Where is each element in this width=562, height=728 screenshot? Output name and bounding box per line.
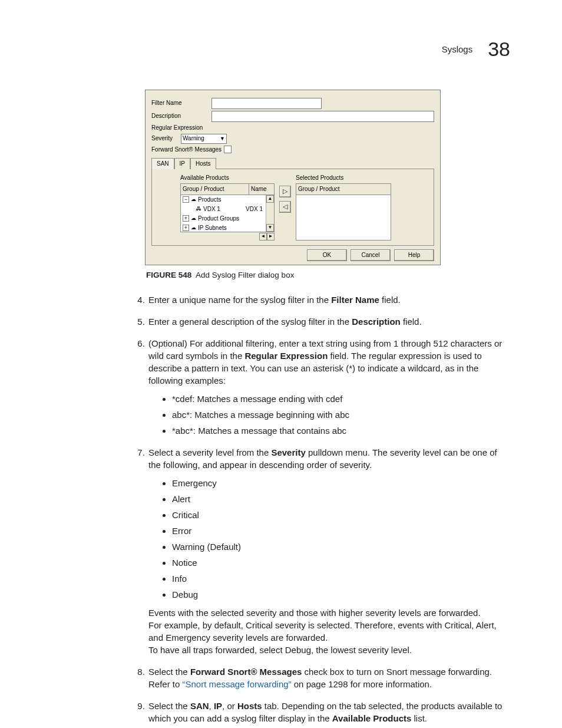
chevron-down-icon: ▼: [220, 136, 225, 141]
ok-button[interactable]: OK: [307, 249, 347, 261]
tree-ip-subnets: IP Subnets: [198, 224, 227, 232]
add-syslog-filter-dialog: Filter Name Description Regular Expressi…: [145, 90, 441, 265]
add-button[interactable]: ▷: [279, 186, 291, 197]
expand-icon[interactable]: +: [183, 215, 189, 222]
sev-warning: Warning (Default): [172, 541, 510, 553]
cloud-icon: ☁: [191, 224, 196, 232]
sev-debug: Debug: [172, 588, 510, 601]
severity-label: Severity: [151, 134, 181, 143]
collapse-icon[interactable]: −: [183, 196, 189, 203]
scroll-right-icon[interactable]: ►: [267, 233, 275, 241]
snort-forwarding-link[interactable]: “Snort message forwarding”: [183, 679, 292, 689]
step-6: (Optional) For additional filtering, ent…: [147, 337, 510, 437]
page-header: Syslogs 38: [52, 35, 510, 64]
chapter-number: 38: [488, 35, 510, 64]
tree-vdx1[interactable]: VDX 1: [203, 205, 220, 213]
col-group-product: Group / Product: [181, 184, 249, 195]
header-section: Syslogs: [442, 43, 473, 55]
step-6-ex1: *cdef: Matches a message ending with cde…: [172, 393, 510, 405]
step-9: Select the SAN, IP, or Hosts tab. Depend…: [147, 700, 510, 724]
step-8: Select the Forward Snort® Messages check…: [147, 666, 510, 690]
tab-san[interactable]: SAN: [151, 158, 174, 169]
help-button[interactable]: Help: [394, 249, 434, 261]
filter-name-input[interactable]: [211, 98, 322, 109]
sev-error: Error: [172, 525, 510, 537]
col-name: Name: [249, 184, 274, 195]
tab-ip[interactable]: IP: [174, 158, 190, 169]
step-7-para3: To have all traps forwarded, select Debu…: [148, 644, 510, 656]
scroll-left-icon[interactable]: ◄: [259, 233, 267, 241]
step-6-ex2: abc*: Matches a message beginning with a…: [172, 409, 510, 421]
col-group-product: Group / Product: [296, 184, 391, 195]
tree-product-groups: Product Groups: [198, 215, 239, 223]
sev-alert: Alert: [172, 493, 510, 505]
cloud-icon: ☁: [191, 196, 196, 203]
cloud-icon: ☁: [191, 215, 196, 222]
scroll-down-icon[interactable]: ▼: [266, 224, 274, 232]
available-list-header: Group / Product Name: [180, 183, 275, 195]
filter-name-label: Filter Name: [151, 99, 211, 107]
step-7-para1: Events with the selected severity and th…: [148, 607, 510, 619]
available-products-title: Available Products: [180, 174, 275, 182]
forward-snort-label: Forward Snort® Messages: [151, 146, 222, 154]
description-label: Description: [151, 112, 211, 120]
step-7: Select a severity level from the Severit…: [147, 446, 510, 656]
step-4: Enter a unique name for the syslog filte…: [147, 294, 510, 306]
step-6-ex3: *abc*: Matches a message that contains a…: [172, 424, 510, 437]
sev-critical: Critical: [172, 509, 510, 521]
device-icon: 🖧: [196, 205, 201, 213]
figure-caption-text: Add Syslog Filter dialog box: [196, 271, 294, 279]
scrollbar-vertical[interactable]: ▲ ▼: [266, 195, 274, 232]
sev-notice: Notice: [172, 556, 510, 569]
selected-products-title: Selected Products: [296, 174, 391, 182]
sev-info: Info: [172, 572, 510, 585]
expand-icon[interactable]: +: [183, 225, 189, 231]
forward-snort-checkbox[interactable]: [224, 146, 232, 153]
step-5: Enter a general description of the syslo…: [147, 315, 510, 328]
figure-caption: FIGURE 548 Add Syslog Filter dialog box: [146, 270, 510, 281]
tab-hosts[interactable]: Hosts: [190, 158, 216, 169]
remove-button[interactable]: ◁: [279, 201, 291, 213]
selected-products-list[interactable]: [296, 195, 391, 241]
selected-list-header: Group / Product: [296, 183, 391, 195]
figure-label: FIGURE 548: [146, 271, 191, 279]
severity-value: Warning: [183, 134, 204, 143]
sev-emergency: Emergency: [172, 477, 510, 489]
tree-products: Products: [198, 196, 221, 204]
cancel-button[interactable]: Cancel: [351, 249, 391, 261]
severity-select[interactable]: Warning ▼: [181, 134, 227, 144]
step-7-para2: For example, by default, Critical severi…: [148, 619, 510, 644]
description-input[interactable]: [211, 111, 434, 122]
available-products-list[interactable]: − ☁ Products 🖧 VDX 1 VDX 1 +: [180, 195, 275, 232]
scroll-up-icon[interactable]: ▲: [266, 195, 274, 203]
regex-label: Regular Expression: [151, 124, 211, 132]
